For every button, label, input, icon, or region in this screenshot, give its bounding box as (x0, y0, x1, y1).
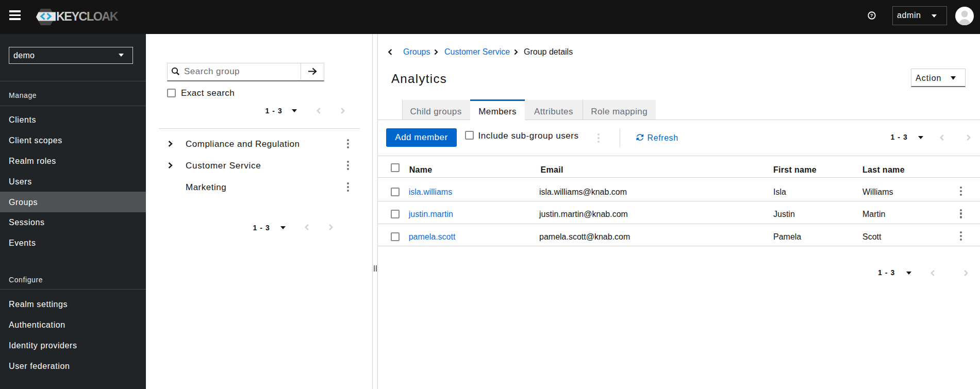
svg-text:KEYCLOAK: KEYCLOAK (56, 10, 119, 23)
svg-text:?: ? (870, 12, 873, 18)
